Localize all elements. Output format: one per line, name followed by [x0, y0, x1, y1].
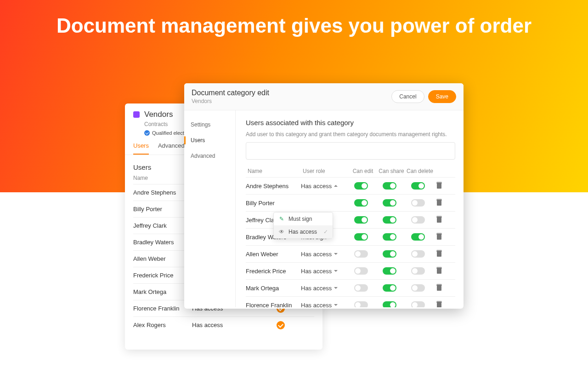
toggle[interactable] — [383, 216, 396, 224]
user-name: Andre Stephens — [246, 183, 301, 190]
category-color-icon — [133, 111, 140, 118]
category-title: Vendors — [144, 110, 173, 119]
document-category-edit-modal: Document category edit Vendors Cancel Sa… — [184, 83, 464, 309]
role-selector[interactable]: Has access — [301, 251, 347, 258]
user-name: Florence Franklin — [133, 305, 192, 312]
sidebar-item-settings[interactable]: Settings — [184, 117, 235, 132]
toggle[interactable] — [411, 301, 425, 307]
trash-icon[interactable] — [436, 285, 442, 291]
grid-body: Andre StephensHas accessBilly PorterJeff… — [246, 177, 455, 307]
toggle[interactable] — [383, 182, 396, 190]
grid-header: Name User role Can edit Can share Can de… — [246, 168, 455, 177]
role-option-has-access[interactable]: 👁 Has access ✓ — [274, 225, 333, 238]
role-dropdown[interactable]: ✎ Must sign 👁 Has access ✓ — [273, 212, 333, 239]
cancel-button[interactable]: Cancel — [391, 90, 424, 103]
toggle[interactable] — [411, 182, 425, 190]
user-name: Allen Weber — [246, 251, 301, 258]
user-role: Has access — [192, 322, 247, 328]
caret-up-icon — [334, 185, 338, 187]
toggle[interactable] — [354, 284, 368, 292]
trash-icon[interactable] — [436, 268, 442, 274]
list-item[interactable]: Alex RogersHas access — [133, 316, 314, 333]
modal-subtitle: Vendors — [192, 98, 388, 104]
table-row: Allen WeberHas access — [246, 245, 455, 262]
modal-header: Document category edit Vendors Cancel Sa… — [184, 83, 464, 110]
eye-icon: 👁 — [278, 229, 285, 235]
sidebar-item-advanced[interactable]: Advanced — [184, 148, 235, 164]
caret-down-icon — [334, 304, 338, 306]
role-selector[interactable]: Has access — [301, 183, 347, 190]
toggle[interactable] — [411, 250, 425, 258]
toggle[interactable] — [354, 216, 368, 224]
trash-icon[interactable] — [436, 200, 442, 206]
caret-down-icon — [334, 270, 338, 272]
toggle[interactable] — [383, 267, 396, 275]
toggle[interactable] — [411, 216, 425, 224]
user-search-input[interactable] — [246, 142, 455, 160]
users-heading: Users associated with this category — [246, 119, 455, 126]
check-badge-icon — [144, 130, 150, 136]
users-description: Add user to this category and grant them… — [246, 131, 455, 138]
table-row: Frederick PriceHas access — [246, 262, 455, 279]
user-name: Andre Stephens — [133, 189, 192, 196]
user-name: Mark Ortega — [133, 288, 192, 295]
toggle[interactable] — [354, 250, 368, 258]
toggle[interactable] — [383, 250, 396, 258]
check-icon: ✓ — [323, 229, 328, 235]
toggle[interactable] — [354, 182, 368, 190]
hero-title: Document management gives you power of o… — [0, 13, 588, 38]
toggle[interactable] — [411, 233, 425, 241]
toggle[interactable] — [411, 267, 425, 275]
col-role: User role — [303, 168, 349, 174]
user-name: Mark Ortega — [246, 285, 301, 292]
col-can-edit: Can edit — [349, 168, 377, 174]
role-selector[interactable]: Has access — [301, 285, 347, 292]
toggle[interactable] — [383, 284, 396, 292]
col-name: Name — [248, 168, 303, 174]
toggle[interactable] — [383, 233, 396, 241]
trash-icon[interactable] — [436, 251, 442, 257]
trash-icon[interactable] — [436, 234, 442, 240]
toggle[interactable] — [383, 301, 396, 307]
role-option-must-sign[interactable]: ✎ Must sign — [274, 213, 333, 225]
sidebar-item-users[interactable]: Users — [184, 132, 235, 148]
modal-main: Users associated with this category Add … — [236, 110, 464, 307]
tab-users[interactable]: Users — [133, 142, 149, 155]
table-row: Mark OrtegaHas access — [246, 279, 455, 296]
toggle[interactable] — [354, 267, 368, 275]
modal-title: Document category edit — [192, 89, 388, 97]
toggle[interactable] — [354, 199, 368, 207]
trash-icon[interactable] — [436, 183, 442, 189]
check-circle-icon — [277, 321, 285, 329]
table-row: Florence FranklinHas access — [246, 296, 455, 307]
role-selector[interactable]: Has access — [301, 268, 347, 275]
role-selector[interactable]: Has access — [301, 302, 347, 308]
table-row: Billy Porter — [246, 194, 455, 211]
user-name: Frederick Price — [133, 272, 192, 279]
toggle[interactable] — [354, 301, 368, 307]
col-can-delete: Can delete — [406, 168, 434, 174]
caret-down-icon — [334, 287, 338, 289]
user-name: Billy Porter — [246, 200, 301, 207]
toggle[interactable] — [354, 233, 368, 241]
pencil-icon: ✎ — [278, 216, 285, 222]
save-button[interactable]: Save — [428, 90, 456, 103]
user-name: Allen Weber — [133, 255, 192, 262]
caret-down-icon — [334, 253, 338, 255]
table-row: Andre StephensHas access — [246, 177, 455, 194]
user-name: Alex Rogers — [133, 322, 192, 328]
user-name: Frederick Price — [246, 268, 301, 275]
user-name: Jeffrey Clark — [133, 222, 192, 229]
modal-sidebar: Settings Users Advanced — [184, 110, 236, 307]
user-name: Billy Porter — [133, 206, 192, 213]
toggle[interactable] — [411, 199, 425, 207]
toggle[interactable] — [411, 284, 425, 292]
user-name: Florence Franklin — [246, 302, 301, 308]
user-name: Bradley Waters — [133, 239, 192, 246]
col-can-share: Can share — [377, 168, 406, 174]
trash-icon[interactable] — [436, 302, 442, 307]
trash-icon[interactable] — [436, 217, 442, 223]
toggle[interactable] — [383, 199, 396, 207]
